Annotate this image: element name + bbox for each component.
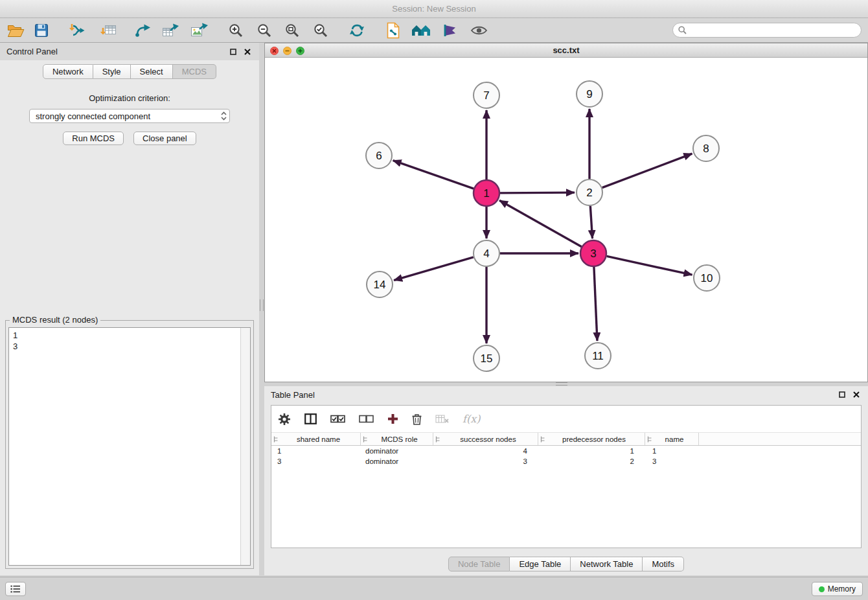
- first-neighbors-button[interactable]: [411, 21, 431, 40]
- open-session-button[interactable]: [5, 21, 26, 40]
- task-history-button[interactable]: [5, 582, 26, 596]
- graph-node-15[interactable]: 15: [474, 345, 499, 371]
- export-network-button[interactable]: [132, 21, 153, 40]
- graph-node-2[interactable]: 2: [577, 179, 602, 205]
- table-cell[interactable]: 1: [645, 446, 699, 456]
- table-row[interactable]: 1dominator411: [271, 446, 861, 456]
- table-close-button[interactable]: [851, 389, 862, 400]
- column-header-shared-name[interactable]: shared name: [271, 433, 361, 445]
- memory-button[interactable]: Memory: [812, 582, 863, 596]
- apply-style-button[interactable]: [439, 21, 460, 40]
- eye-icon: [470, 25, 488, 36]
- tab-style[interactable]: Style: [93, 64, 131, 79]
- column-settings-button[interactable]: [278, 413, 291, 426]
- result-scrollbar[interactable]: [240, 328, 250, 565]
- window-close-button[interactable]: [270, 47, 279, 55]
- splitter-handle-horizontal[interactable]: [556, 382, 567, 386]
- delete-column-button[interactable]: [412, 413, 422, 425]
- graph-node-6[interactable]: 6: [366, 143, 392, 168]
- window-zoom-button[interactable]: [296, 47, 304, 55]
- network-graph[interactable]: 7968124314101511: [265, 58, 867, 382]
- graph-node-1[interactable]: 1: [474, 180, 499, 206]
- column-header-successor-nodes[interactable]: successor nodes: [433, 433, 538, 445]
- zoom-selected-button[interactable]: [310, 21, 331, 40]
- mcds-result-line: 3: [13, 341, 236, 352]
- clone-network-button[interactable]: [383, 21, 404, 40]
- import-table-button[interactable]: [98, 21, 119, 40]
- run-mcds-button[interactable]: Run MCDS: [63, 132, 124, 145]
- graph-edge-3-11[interactable]: [594, 267, 597, 341]
- splitter-handle-vertical[interactable]: [260, 299, 264, 311]
- delete-table-button[interactable]: [435, 414, 449, 424]
- function-builder-button[interactable]: f(x): [463, 413, 480, 425]
- table-cell[interactable]: 3: [433, 456, 538, 467]
- table-cell[interactable]: 2: [538, 456, 645, 467]
- window-minimize-button[interactable]: [283, 47, 291, 55]
- zoom-out-button[interactable]: [254, 21, 275, 40]
- search-icon: [678, 26, 687, 34]
- table-panel: Table Panel: [264, 386, 868, 575]
- search-input[interactable]: [690, 26, 856, 35]
- tab-network-table[interactable]: Network Table: [571, 557, 643, 571]
- import-network-button[interactable]: [65, 21, 86, 40]
- table-cell[interactable]: 3: [645, 456, 699, 467]
- window-titlebar: Session: New Session: [0, 0, 868, 18]
- table-cell[interactable]: 1: [538, 446, 645, 456]
- add-column-button[interactable]: [387, 413, 398, 424]
- node-table: f(x) shared name MCDS role successor nod…: [271, 405, 862, 548]
- table-cell[interactable]: 3: [271, 456, 361, 467]
- graph-node-14[interactable]: 14: [367, 271, 393, 297]
- zoom-in-button[interactable]: [225, 21, 246, 40]
- control-panel-title: Control Panel: [6, 47, 224, 56]
- criterion-dropdown[interactable]: strongly connected component: [29, 109, 230, 123]
- tab-mcds[interactable]: MCDS: [173, 64, 216, 79]
- graph-edge-1-6[interactable]: [393, 161, 474, 189]
- tab-motifs[interactable]: Motifs: [643, 557, 684, 571]
- graph-edge-3-10[interactable]: [607, 256, 692, 275]
- column-header-mcds-role[interactable]: MCDS role: [361, 433, 433, 445]
- tab-node-table[interactable]: Node Table: [448, 557, 510, 571]
- graph-node-7[interactable]: 7: [474, 82, 499, 108]
- tab-edge-table[interactable]: Edge Table: [510, 557, 571, 571]
- split-view-button[interactable]: [304, 413, 317, 424]
- table-cell[interactable]: 1: [271, 446, 361, 456]
- import-network-icon: [67, 23, 85, 38]
- column-header-predecessor-nodes[interactable]: predecessor nodes: [538, 433, 645, 445]
- import-table-icon: [100, 23, 117, 38]
- graph-edge-1-2[interactable]: [500, 192, 575, 193]
- unselect-all-columns-button[interactable]: [359, 415, 374, 423]
- close-panel-button[interactable]: [242, 47, 253, 57]
- network-canvas[interactable]: 7968124314101511: [265, 58, 867, 382]
- graph-edge-2-3[interactable]: [590, 206, 592, 238]
- float-panel-button[interactable]: [228, 47, 238, 57]
- graph-edge-4-14[interactable]: [394, 257, 474, 281]
- graph-node-11[interactable]: 11: [585, 343, 611, 369]
- graph-edge-3-1[interactable]: [499, 200, 582, 246]
- show-hide-button[interactable]: [468, 21, 489, 40]
- chevron-up-down-icon: [221, 111, 227, 121]
- column-header-name[interactable]: name: [645, 433, 699, 445]
- graph-node-3[interactable]: 3: [580, 240, 606, 266]
- close-panel-button-mcds[interactable]: Close panel: [133, 132, 196, 145]
- search-box[interactable]: [672, 23, 862, 38]
- split-columns-icon: [304, 413, 317, 424]
- graph-node-10[interactable]: 10: [694, 265, 720, 291]
- graph-edge-2-8[interactable]: [602, 154, 692, 187]
- graph-node-9[interactable]: 9: [577, 81, 602, 107]
- network-window-titlebar[interactable]: scc.txt: [265, 43, 867, 58]
- save-session-button[interactable]: [31, 21, 52, 40]
- export-table-button[interactable]: [160, 21, 181, 40]
- tab-network[interactable]: Network: [43, 64, 93, 79]
- graph-node-4[interactable]: 4: [474, 240, 499, 266]
- select-all-columns-button[interactable]: [330, 415, 345, 423]
- table-cell[interactable]: 4: [433, 446, 538, 456]
- table-cell[interactable]: dominator: [361, 446, 433, 456]
- table-cell[interactable]: dominator: [361, 456, 433, 467]
- graph-node-8[interactable]: 8: [693, 135, 719, 161]
- tab-select[interactable]: Select: [131, 64, 173, 79]
- table-row[interactable]: 3dominator323: [271, 456, 861, 467]
- refresh-layout-button[interactable]: [347, 21, 367, 40]
- zoom-fit-button[interactable]: [282, 21, 303, 40]
- table-float-button[interactable]: [837, 389, 847, 400]
- export-image-button[interactable]: [188, 21, 209, 40]
